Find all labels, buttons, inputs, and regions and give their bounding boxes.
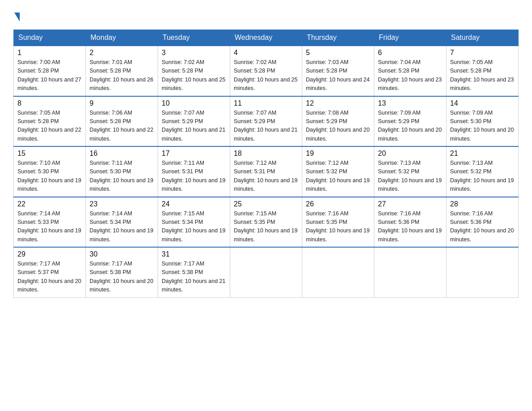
- day-info: Sunrise: 7:07 AM Sunset: 5:29 PM Dayligh…: [162, 109, 226, 144]
- calendar-cell: [302, 247, 374, 297]
- calendar-week-row: 1 Sunrise: 7:00 AM Sunset: 5:28 PM Dayli…: [14, 46, 519, 96]
- calendar-cell: 24 Sunrise: 7:15 AM Sunset: 5:34 PM Dayl…: [158, 197, 230, 248]
- day-of-week-header: Saturday: [446, 30, 519, 46]
- day-of-week-header: Wednesday: [230, 30, 302, 46]
- day-info: Sunrise: 7:12 AM Sunset: 5:31 PM Dayligh…: [234, 159, 298, 194]
- calendar-cell: 25 Sunrise: 7:15 AM Sunset: 5:35 PM Dayl…: [230, 197, 302, 248]
- calendar-cell: 17 Sunrise: 7:11 AM Sunset: 5:31 PM Dayl…: [158, 146, 230, 197]
- calendar-week-row: 29 Sunrise: 7:17 AM Sunset: 5:37 PM Dayl…: [14, 247, 519, 297]
- calendar-cell: 30 Sunrise: 7:17 AM Sunset: 5:38 PM Dayl…: [86, 247, 158, 297]
- calendar-cell: [446, 247, 519, 297]
- calendar-week-row: 15 Sunrise: 7:10 AM Sunset: 5:30 PM Dayl…: [14, 146, 519, 197]
- calendar-cell: 2 Sunrise: 7:01 AM Sunset: 5:28 PM Dayli…: [86, 46, 158, 96]
- calendar-cell: 19 Sunrise: 7:12 AM Sunset: 5:32 PM Dayl…: [302, 146, 374, 197]
- calendar-cell: 15 Sunrise: 7:10 AM Sunset: 5:30 PM Dayl…: [14, 146, 86, 197]
- day-info: Sunrise: 7:17 AM Sunset: 5:38 PM Dayligh…: [90, 260, 154, 295]
- day-number: 23: [90, 200, 154, 208]
- day-info: Sunrise: 7:16 AM Sunset: 5:35 PM Dayligh…: [306, 210, 370, 244]
- calendar-cell: 8 Sunrise: 7:05 AM Sunset: 5:28 PM Dayli…: [14, 96, 86, 147]
- calendar-cell: 20 Sunrise: 7:13 AM Sunset: 5:32 PM Dayl…: [374, 146, 446, 197]
- logo: [13, 9, 21, 21]
- day-info: Sunrise: 7:06 AM Sunset: 5:28 PM Dayligh…: [90, 109, 154, 144]
- day-number: 27: [378, 200, 442, 208]
- day-number: 8: [17, 99, 82, 107]
- day-of-week-header: Friday: [374, 30, 446, 46]
- day-number: 2: [90, 49, 154, 57]
- day-info: Sunrise: 7:09 AM Sunset: 5:30 PM Dayligh…: [450, 109, 515, 144]
- calendar-cell: 13 Sunrise: 7:09 AM Sunset: 5:29 PM Dayl…: [374, 96, 446, 147]
- calendar-cell: 31 Sunrise: 7:17 AM Sunset: 5:38 PM Dayl…: [158, 247, 230, 297]
- calendar-cell: 27 Sunrise: 7:16 AM Sunset: 5:36 PM Dayl…: [374, 197, 446, 248]
- day-number: 6: [378, 49, 442, 57]
- calendar-cell: 28 Sunrise: 7:16 AM Sunset: 5:36 PM Dayl…: [446, 197, 519, 248]
- day-number: 28: [450, 200, 515, 208]
- calendar-cell: 6 Sunrise: 7:04 AM Sunset: 5:28 PM Dayli…: [374, 46, 446, 96]
- day-info: Sunrise: 7:11 AM Sunset: 5:30 PM Dayligh…: [90, 159, 154, 194]
- day-info: Sunrise: 7:03 AM Sunset: 5:28 PM Dayligh…: [306, 58, 370, 93]
- day-number: 9: [90, 99, 154, 107]
- day-number: 24: [162, 200, 226, 208]
- calendar-cell: 11 Sunrise: 7:07 AM Sunset: 5:29 PM Dayl…: [230, 96, 302, 147]
- day-info: Sunrise: 7:10 AM Sunset: 5:30 PM Dayligh…: [17, 159, 82, 194]
- day-info: Sunrise: 7:12 AM Sunset: 5:32 PM Dayligh…: [306, 159, 370, 194]
- day-info: Sunrise: 7:04 AM Sunset: 5:28 PM Dayligh…: [378, 58, 442, 93]
- day-info: Sunrise: 7:17 AM Sunset: 5:37 PM Dayligh…: [17, 260, 82, 295]
- day-number: 17: [162, 150, 226, 158]
- calendar-cell: [230, 247, 302, 297]
- day-of-week-header: Sunday: [14, 30, 86, 46]
- day-info: Sunrise: 7:00 AM Sunset: 5:28 PM Dayligh…: [17, 58, 82, 93]
- page-header: [13, 9, 519, 21]
- calendar-cell: 3 Sunrise: 7:02 AM Sunset: 5:28 PM Dayli…: [158, 46, 230, 96]
- calendar-header-row: SundayMondayTuesdayWednesdayThursdayFrid…: [14, 30, 519, 46]
- calendar-cell: 1 Sunrise: 7:00 AM Sunset: 5:28 PM Dayli…: [14, 46, 86, 96]
- day-info: Sunrise: 7:02 AM Sunset: 5:28 PM Dayligh…: [162, 58, 226, 93]
- day-info: Sunrise: 7:01 AM Sunset: 5:28 PM Dayligh…: [90, 58, 154, 93]
- day-number: 11: [234, 99, 298, 107]
- day-of-week-header: Thursday: [302, 30, 374, 46]
- calendar-cell: 10 Sunrise: 7:07 AM Sunset: 5:29 PM Dayl…: [158, 96, 230, 147]
- calendar-week-row: 22 Sunrise: 7:14 AM Sunset: 5:33 PM Dayl…: [14, 197, 519, 248]
- day-number: 31: [162, 250, 226, 258]
- day-number: 18: [234, 150, 298, 158]
- day-info: Sunrise: 7:05 AM Sunset: 5:28 PM Dayligh…: [17, 109, 82, 144]
- calendar-cell: 4 Sunrise: 7:02 AM Sunset: 5:28 PM Dayli…: [230, 46, 302, 96]
- calendar-cell: 26 Sunrise: 7:16 AM Sunset: 5:35 PM Dayl…: [302, 197, 374, 248]
- day-number: 3: [162, 49, 226, 57]
- calendar-week-row: 8 Sunrise: 7:05 AM Sunset: 5:28 PM Dayli…: [14, 96, 519, 147]
- day-number: 4: [234, 49, 298, 57]
- day-info: Sunrise: 7:15 AM Sunset: 5:34 PM Dayligh…: [162, 210, 226, 244]
- day-info: Sunrise: 7:05 AM Sunset: 5:28 PM Dayligh…: [450, 58, 515, 93]
- day-info: Sunrise: 7:09 AM Sunset: 5:29 PM Dayligh…: [378, 109, 442, 144]
- day-info: Sunrise: 7:16 AM Sunset: 5:36 PM Dayligh…: [378, 210, 442, 244]
- day-number: 13: [378, 99, 442, 107]
- calendar-cell: 18 Sunrise: 7:12 AM Sunset: 5:31 PM Dayl…: [230, 146, 302, 197]
- day-info: Sunrise: 7:08 AM Sunset: 5:29 PM Dayligh…: [306, 109, 370, 144]
- day-info: Sunrise: 7:11 AM Sunset: 5:31 PM Dayligh…: [162, 159, 226, 194]
- day-info: Sunrise: 7:14 AM Sunset: 5:33 PM Dayligh…: [17, 210, 82, 244]
- day-number: 25: [234, 200, 298, 208]
- day-number: 16: [90, 150, 154, 158]
- calendar-cell: 9 Sunrise: 7:06 AM Sunset: 5:28 PM Dayli…: [86, 96, 158, 147]
- calendar-cell: 29 Sunrise: 7:17 AM Sunset: 5:37 PM Dayl…: [14, 247, 86, 297]
- day-number: 20: [378, 150, 442, 158]
- calendar-cell: 16 Sunrise: 7:11 AM Sunset: 5:30 PM Dayl…: [86, 146, 158, 197]
- day-number: 12: [306, 99, 370, 107]
- day-number: 26: [306, 200, 370, 208]
- day-info: Sunrise: 7:16 AM Sunset: 5:36 PM Dayligh…: [450, 210, 515, 244]
- day-number: 19: [306, 150, 370, 158]
- calendar-cell: 12 Sunrise: 7:08 AM Sunset: 5:29 PM Dayl…: [302, 96, 374, 147]
- calendar-cell: 21 Sunrise: 7:13 AM Sunset: 5:32 PM Dayl…: [446, 146, 519, 197]
- day-info: Sunrise: 7:13 AM Sunset: 5:32 PM Dayligh…: [378, 159, 442, 194]
- day-number: 1: [17, 49, 82, 57]
- calendar-table: SundayMondayTuesdayWednesdayThursdayFrid…: [13, 30, 519, 298]
- day-info: Sunrise: 7:14 AM Sunset: 5:34 PM Dayligh…: [90, 210, 154, 244]
- day-number: 10: [162, 99, 226, 107]
- day-number: 15: [17, 150, 82, 158]
- day-number: 14: [450, 99, 515, 107]
- day-number: 5: [306, 49, 370, 57]
- calendar-cell: 14 Sunrise: 7:09 AM Sunset: 5:30 PM Dayl…: [446, 96, 519, 147]
- day-number: 30: [90, 250, 154, 258]
- day-number: 21: [450, 150, 515, 158]
- day-of-week-header: Tuesday: [158, 30, 230, 46]
- day-info: Sunrise: 7:15 AM Sunset: 5:35 PM Dayligh…: [234, 210, 298, 244]
